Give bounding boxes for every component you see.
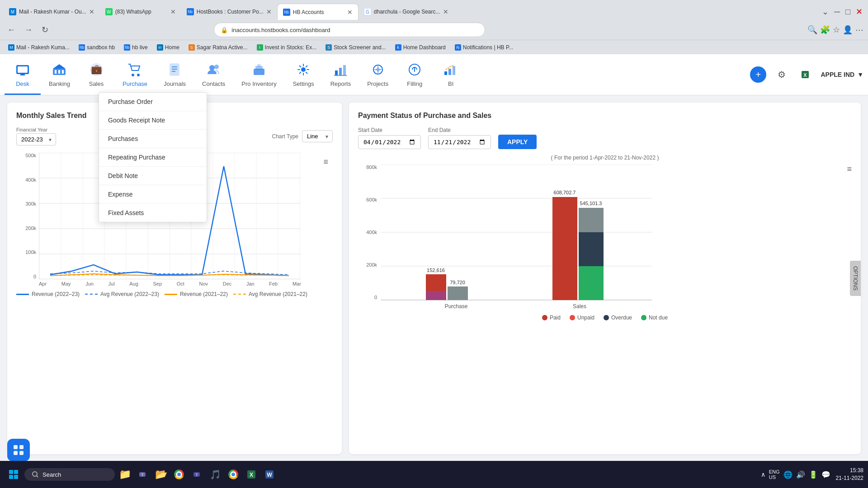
tab-close-wa[interactable]: ✕ bbox=[170, 8, 176, 15]
tab-whatsapp[interactable]: W (83) WhatsApp ✕ bbox=[100, 4, 181, 20]
y-axis: 500k 400k 300k 200k 100k 0 bbox=[16, 153, 39, 279]
taskbar-clock[interactable]: 15:38 21-11-2022 bbox=[836, 467, 863, 482]
tab-close-hb2[interactable]: ✕ bbox=[347, 9, 353, 16]
dropdown-item-debit-note[interactable]: Debit Note bbox=[99, 167, 207, 185]
nav-item-desk[interactable]: Desk bbox=[5, 54, 41, 95]
chart-menu-icon[interactable]: ≡ bbox=[323, 157, 328, 167]
excel-button[interactable]: X bbox=[797, 66, 813, 83]
taskbar-chrome2[interactable] bbox=[225, 466, 241, 483]
taskbar-volume-icon[interactable]: 🔊 bbox=[796, 470, 805, 479]
maximize-icon[interactable]: □ bbox=[844, 5, 852, 19]
x-oct: Oct bbox=[177, 281, 184, 286]
svg-rect-1 bbox=[18, 66, 28, 73]
header-settings-button[interactable]: ⚙ bbox=[774, 66, 790, 83]
financial-year-select[interactable]: 2022-23 2021-22 bbox=[16, 133, 56, 145]
bookmark-homedash[interactable]: k Home Dashboard bbox=[392, 43, 449, 52]
bookmark-favicon-invest: I bbox=[257, 44, 263, 51]
app-launcher-button[interactable] bbox=[7, 439, 30, 461]
dropdown-item-expense[interactable]: Expense bbox=[99, 185, 207, 204]
taskbar-app1[interactable]: 🎵 bbox=[207, 466, 223, 483]
taskbar-lang-toggle[interactable]: ENGUS bbox=[769, 469, 780, 480]
settings-icon bbox=[294, 61, 312, 79]
tab-overflow-icon[interactable]: ⌄ bbox=[820, 5, 830, 19]
start-button[interactable] bbox=[5, 465, 23, 483]
apply-button[interactable]: APPLY bbox=[498, 135, 537, 149]
svg-point-17 bbox=[214, 65, 219, 69]
taskbar-date-value: 21-11-2022 bbox=[836, 474, 863, 482]
reload-button[interactable]: ↻ bbox=[39, 23, 51, 37]
tab-close-hb1[interactable]: ✕ bbox=[266, 8, 272, 15]
tab-favicon-g: G bbox=[364, 8, 371, 15]
start-date-input[interactable] bbox=[358, 135, 421, 149]
taskbar-file-explorer[interactable]: 📁 bbox=[117, 466, 133, 483]
taskbar-word[interactable]: W bbox=[261, 466, 278, 483]
bar-chart-menu-icon[interactable]: ≡ bbox=[847, 164, 852, 174]
sales-paid-bar bbox=[552, 197, 577, 300]
bookmark-mail[interactable]: M Mail - Rakesh Kuma... bbox=[5, 43, 73, 52]
legend-avg-2122: Avg Revenue (2021–22) bbox=[233, 291, 307, 297]
bookmark-sagar[interactable]: S Sagar Ratna Active... bbox=[185, 43, 251, 52]
taskbar-up-arrow[interactable]: ∧ bbox=[761, 471, 765, 478]
nav-item-contacts[interactable]: Contacts bbox=[194, 54, 233, 95]
add-new-button[interactable]: + bbox=[750, 66, 766, 83]
taskbar-network-icon[interactable]: 🌐 bbox=[783, 470, 793, 479]
svg-text:X: X bbox=[250, 472, 253, 478]
options-tab[interactable]: OPTIONS bbox=[850, 261, 861, 296]
address-bar[interactable]: 🔒 inaccounts.hostbooks.com/dashboard bbox=[214, 23, 485, 37]
dropdown-item-goods-receipt[interactable]: Goods Receipt Note bbox=[99, 111, 207, 130]
chart-type-select[interactable]: Line Bar Area bbox=[302, 130, 333, 142]
legend-notdue: Not due bbox=[641, 314, 668, 321]
nav-item-settings[interactable]: Settings bbox=[285, 54, 322, 95]
dropdown-item-purchases[interactable]: Purchases bbox=[99, 130, 207, 148]
bookmark-stockscreener[interactable]: S Stock Screener and... bbox=[322, 43, 389, 52]
settings-browser-icon[interactable]: ⋯ bbox=[855, 25, 863, 35]
financial-year-select-wrapper[interactable]: 2022-23 2021-22 bbox=[16, 133, 56, 145]
minimize-icon[interactable]: ─ bbox=[832, 5, 842, 19]
end-date-input[interactable] bbox=[428, 135, 491, 149]
nav-item-purchase[interactable]: Purchase bbox=[114, 54, 156, 95]
taskbar-folder[interactable]: 📂 bbox=[153, 466, 169, 483]
taskbar-excel[interactable]: X bbox=[243, 466, 259, 483]
bookmark-notifications[interactable]: N Notifications | HB P... bbox=[451, 43, 517, 52]
taskbar-chrome[interactable] bbox=[171, 466, 187, 483]
back-button[interactable]: ← bbox=[5, 23, 18, 37]
tab-mail[interactable]: M Mail - Rakesh Kumar - Ou... ✕ bbox=[4, 4, 100, 20]
close-window-icon[interactable]: ✕ bbox=[854, 5, 864, 19]
dropdown-item-fixed-assets[interactable]: Fixed Assets bbox=[99, 204, 207, 222]
nav-item-banking[interactable]: Banking bbox=[41, 54, 78, 95]
profile-icon[interactable]: 👤 bbox=[843, 25, 853, 35]
x-aug: Aug bbox=[129, 281, 138, 286]
tab-close-g[interactable]: ✕ bbox=[443, 8, 448, 15]
company-selector[interactable]: APPLE IND ▼ bbox=[821, 71, 863, 78]
nav-item-pro-inventory[interactable]: Pro Inventory bbox=[233, 54, 284, 95]
taskbar-battery-icon[interactable]: 🔋 bbox=[809, 470, 818, 479]
tab-hostbooks1[interactable]: hb HostBooks : Customer Po... ✕ bbox=[181, 4, 277, 20]
chart-type-select-wrapper[interactable]: Line Bar Area bbox=[302, 130, 333, 142]
favorites-icon[interactable]: ☆ bbox=[833, 25, 840, 35]
bookmark-invest[interactable]: I Invest in Stocks: Ex... bbox=[253, 43, 321, 52]
search-browser-icon[interactable]: 🔍 bbox=[807, 25, 817, 35]
nav-item-projects[interactable]: Projects bbox=[359, 54, 396, 95]
bookmark-label-homedash: Home Dashboard bbox=[403, 44, 446, 51]
nav-item-reports[interactable]: Reports bbox=[322, 54, 359, 95]
bookmark-sandbox[interactable]: hb sandbox hb bbox=[75, 43, 118, 52]
dropdown-item-purchase-order[interactable]: Purchase Order bbox=[99, 93, 207, 111]
nav-item-sales[interactable]: 💼 Sales bbox=[78, 54, 114, 95]
bookmark-linkedin[interactable]: in Home bbox=[153, 43, 183, 52]
tab-close-mail[interactable]: ✕ bbox=[89, 8, 94, 15]
sales-unpaid-label: 545,101.3 bbox=[580, 201, 602, 206]
nav-item-filling[interactable]: Filling bbox=[396, 54, 433, 95]
taskbar-teams[interactable]: T bbox=[135, 466, 151, 483]
taskbar-teams2[interactable]: T bbox=[189, 466, 205, 483]
nav-item-journals[interactable]: Journals bbox=[156, 54, 194, 95]
tab-google[interactable]: G dharchula - Google Searc... ✕ bbox=[359, 4, 454, 20]
taskbar-search[interactable]: Search bbox=[24, 468, 115, 481]
bookmark-hblive[interactable]: hb hb live bbox=[120, 43, 151, 52]
address-bar-row: ← → ↻ 🔒 inaccounts.hostbooks.com/dashboa… bbox=[0, 20, 868, 40]
forward-button[interactable]: → bbox=[22, 23, 35, 37]
taskbar-notification-icon[interactable]: 💬 bbox=[821, 470, 830, 479]
nav-item-bi[interactable]: BI bbox=[433, 54, 469, 95]
tab-hostbooks2[interactable]: hb HB Accounts ✕ bbox=[277, 4, 359, 20]
extensions-icon[interactable]: 🧩 bbox=[820, 25, 830, 35]
dropdown-item-repeating-purchase[interactable]: Repeating Purchase bbox=[99, 148, 207, 167]
